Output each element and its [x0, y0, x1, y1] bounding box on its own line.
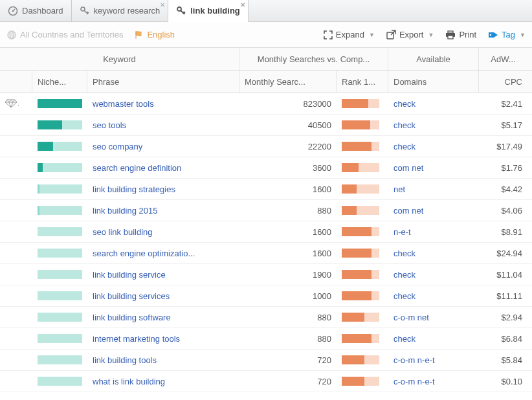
phrase-cell: seo tools: [87, 115, 239, 135]
niche-bar: [38, 291, 82, 300]
domain-link[interactable]: check: [393, 334, 416, 344]
searches-cell: 880: [239, 307, 337, 328]
niche-cell: [32, 157, 87, 178]
tag-label: Tag: [502, 30, 515, 39]
niche-cell: [32, 285, 87, 306]
niche-bar: [38, 99, 82, 108]
searches-value: 720: [317, 355, 331, 365]
domain-link[interactable]: c-o-m net: [393, 313, 429, 322]
table-row[interactable]: link building tools720c-o-m n-e-t$5.84: [0, 350, 532, 371]
rank-cell: [337, 221, 388, 242]
searches-value: 880: [317, 313, 331, 322]
rank-bar: [342, 249, 379, 258]
header-niche[interactable]: Niche...: [32, 71, 87, 93]
table-row[interactable]: search engine definition3600com net$1.76: [0, 157, 532, 179]
cpc-value: $6.84: [501, 334, 522, 344]
header-monthly-group[interactable]: Monthly Searches vs. Comp...: [239, 48, 388, 70]
diamond-cell: [0, 307, 32, 328]
phrase-link[interactable]: seo tools: [93, 120, 126, 130]
diamond-cell: [0, 285, 32, 306]
cpc-value: $0.10: [501, 377, 522, 386]
table-row[interactable]: link building strategies1600net$4.42: [0, 179, 532, 200]
table-row[interactable]: seo tools40500check$5.17: [0, 115, 532, 136]
domain-link[interactable]: check: [393, 291, 416, 301]
header-monthly[interactable]: Monthly Searc...: [239, 71, 337, 93]
header-available[interactable]: Available: [388, 48, 479, 70]
table-row[interactable]: link building services1000check$11.11: [0, 285, 532, 307]
phrase-link[interactable]: search engine optimizatio...: [93, 249, 195, 258]
print-button[interactable]: Print: [445, 30, 476, 39]
table-row[interactable]: seo link building1600n-e-t$8.91: [0, 221, 532, 243]
diamond-cell: [0, 371, 32, 392]
niche-bar: [38, 163, 82, 172]
export-button[interactable]: Export ▼: [386, 30, 434, 39]
niche-cell: [32, 221, 87, 242]
domain-link[interactable]: net: [393, 184, 405, 194]
header-cpc[interactable]: CPC: [479, 71, 527, 93]
countries-filter[interactable]: All Countries and Territories: [6, 30, 123, 40]
phrase-link[interactable]: seo company: [93, 142, 142, 151]
phrase-link[interactable]: link building strategies: [93, 184, 175, 194]
domain-link[interactable]: check: [393, 142, 416, 151]
phrase-link[interactable]: link building service: [93, 270, 166, 280]
cpc-cell: $24.94: [479, 243, 527, 263]
searches-cell: 823000: [239, 93, 337, 114]
tab-keyword-research[interactable]: keyword research ✕: [72, 0, 169, 21]
rank-cell: [337, 285, 388, 306]
table-row[interactable]: .webmaster tools823000check$2.41: [0, 93, 532, 115]
phrase-cell: link building services: [87, 285, 239, 306]
table-row[interactable]: internet marketing tools880check$6.84: [0, 328, 532, 350]
niche-bar: [38, 334, 82, 343]
table-row[interactable]: what is link building720c-o-m n-e-t$0.10: [0, 371, 532, 392]
searches-value: 1600: [313, 227, 331, 237]
niche-bar: [38, 206, 82, 215]
table-row[interactable]: link building 2015880com net$4.06: [0, 200, 532, 221]
header-adw[interactable]: AdW...: [479, 48, 527, 70]
phrase-link[interactable]: webmaster tools: [93, 99, 154, 109]
cpc-cell: $11.11: [479, 285, 527, 306]
header-diamond[interactable]: [0, 71, 32, 93]
searches-cell: 40500: [239, 115, 337, 135]
svg-point-10: [490, 34, 492, 36]
header-phrase[interactable]: Phrase: [87, 71, 239, 93]
close-icon[interactable]: ✕: [160, 1, 165, 8]
language-filter[interactable]: English: [135, 30, 175, 39]
header-domains[interactable]: Domains: [388, 71, 479, 93]
domain-link[interactable]: check: [393, 249, 416, 258]
domain-link[interactable]: com net: [393, 206, 423, 216]
tab-dashboard[interactable]: Dashboard: [0, 0, 72, 21]
cpc-cell: $5.17: [479, 115, 527, 135]
domain-link[interactable]: check: [393, 99, 416, 109]
phrase-link[interactable]: what is link building: [93, 377, 165, 386]
table-row[interactable]: link building service1900check$11.04: [0, 264, 532, 285]
domain-link[interactable]: com net: [393, 163, 423, 173]
close-icon[interactable]: ✕: [240, 1, 245, 8]
domain-link[interactable]: c-o-m n-e-t: [393, 377, 435, 386]
diamond-cell: [0, 221, 32, 242]
table-row[interactable]: search engine optimizatio...1600check$24…: [0, 243, 532, 264]
rank-bar: [342, 206, 379, 215]
phrase-link[interactable]: link building 2015: [93, 206, 157, 216]
phrase-link[interactable]: seo link building: [93, 227, 153, 237]
phrase-link[interactable]: link building software: [93, 313, 171, 322]
domains-cell: check: [388, 136, 479, 157]
domain-link[interactable]: c-o-m n-e-t: [393, 355, 435, 365]
domain-link[interactable]: check: [393, 270, 416, 280]
tab-link-building[interactable]: link building ✕: [168, 0, 249, 22]
table-row[interactable]: link building software880c-o-m net$2.94: [0, 307, 532, 328]
table-row[interactable]: seo company22200check$17.49: [0, 136, 532, 157]
domain-link[interactable]: n-e-t: [393, 227, 411, 237]
tag-button[interactable]: Tag ▼: [488, 30, 526, 39]
phrase-link[interactable]: internet marketing tools: [93, 334, 180, 344]
cpc-value: $4.06: [501, 206, 522, 216]
phrase-link[interactable]: link building services: [93, 291, 170, 301]
niche-bar: [38, 184, 82, 194]
header-rank[interactable]: Rank 1...: [337, 71, 388, 93]
expand-button[interactable]: Expand ▼: [324, 30, 375, 39]
phrase-link[interactable]: link building tools: [93, 355, 157, 365]
domain-link[interactable]: check: [393, 120, 416, 130]
niche-cell: [32, 307, 87, 328]
header-keyword-group[interactable]: Keyword: [0, 48, 239, 70]
phrase-link[interactable]: search engine definition: [93, 163, 181, 173]
searches-value: 1600: [313, 249, 331, 258]
